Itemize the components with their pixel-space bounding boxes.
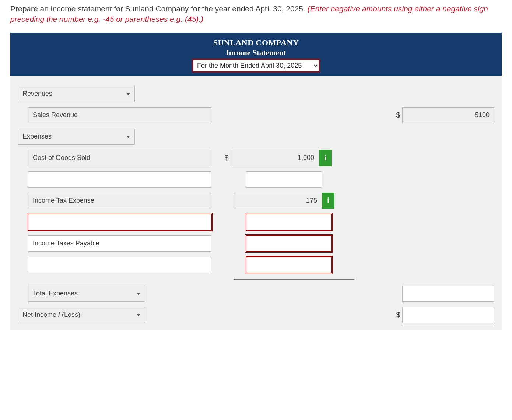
expense-label-input-blank1[interactable] (28, 171, 211, 188)
income-tax-expense-label-input[interactable]: Income Tax Expense (28, 193, 211, 209)
income-taxes-payable-label-input[interactable]: Income Taxes Payable (28, 235, 211, 252)
total-expenses-select[interactable]: Total Expenses (28, 286, 145, 302)
total-expenses-label: Total Expenses (33, 290, 78, 297)
cogs-amount-input[interactable]: 1,000 (231, 150, 319, 166)
expense-label-input-error[interactable] (28, 214, 211, 230)
cogs-label-input[interactable]: Cost of Goods Sold (28, 150, 211, 166)
income-taxes-payable-amount-input[interactable] (246, 235, 332, 252)
info-icon[interactable]: i (319, 150, 332, 166)
total-expenses-amount-input[interactable] (402, 286, 494, 302)
period-select[interactable]: For the Month Ended April 30, 2025 (193, 60, 319, 71)
sales-revenue-label: Sales Revenue (33, 111, 78, 119)
sales-revenue-amount-input[interactable]: 5100 (402, 107, 494, 123)
revenues-label: Revenues (22, 90, 52, 98)
income-tax-expense-amount: 175 (238, 197, 317, 204)
subtotal-rule (234, 279, 354, 280)
dollar-sign: $ (394, 111, 402, 119)
company-name: SUNLAND COMPANY (10, 38, 502, 48)
net-income-amount-input[interactable] (402, 307, 494, 323)
sales-revenue-label-input[interactable]: Sales Revenue (28, 107, 211, 123)
net-income-label: Net Income / (Loss) (22, 311, 80, 319)
expenses-label: Expenses (22, 133, 52, 140)
income-taxes-payable-label: Income Taxes Payable (33, 239, 99, 247)
instructions-main: Prepare an income statement for Sunland … (10, 4, 308, 13)
revenues-select[interactable]: Revenues (18, 86, 135, 102)
net-income-select[interactable]: Net Income / (Loss) (18, 307, 145, 323)
form-body: Revenues Sales Revenue $ 5100 Expenses C… (10, 76, 502, 330)
income-tax-expense-amount-input[interactable]: 175 (234, 193, 322, 209)
cogs-label: Cost of Goods Sold (33, 154, 90, 162)
expense-amount-input-blank1[interactable] (246, 171, 322, 188)
expense-label-input-blank2[interactable] (28, 257, 211, 273)
dollar-sign: $ (394, 311, 402, 319)
dollar-sign: $ (222, 154, 231, 162)
instructions: Prepare an income statement for Sunland … (10, 4, 502, 25)
cogs-amount: 1,000 (235, 154, 314, 162)
expense-amount-input-blank2[interactable] (246, 257, 332, 273)
info-icon[interactable]: i (322, 193, 334, 209)
statement-title: Income Statement (10, 48, 502, 57)
income-tax-expense-label: Income Tax Expense (33, 197, 94, 204)
statement-header: SUNLAND COMPANY Income Statement For the… (10, 33, 502, 76)
sales-revenue-amount: 5100 (407, 111, 490, 119)
expenses-select[interactable]: Expenses (18, 129, 135, 145)
expense-amount-input-error[interactable] (246, 214, 332, 230)
